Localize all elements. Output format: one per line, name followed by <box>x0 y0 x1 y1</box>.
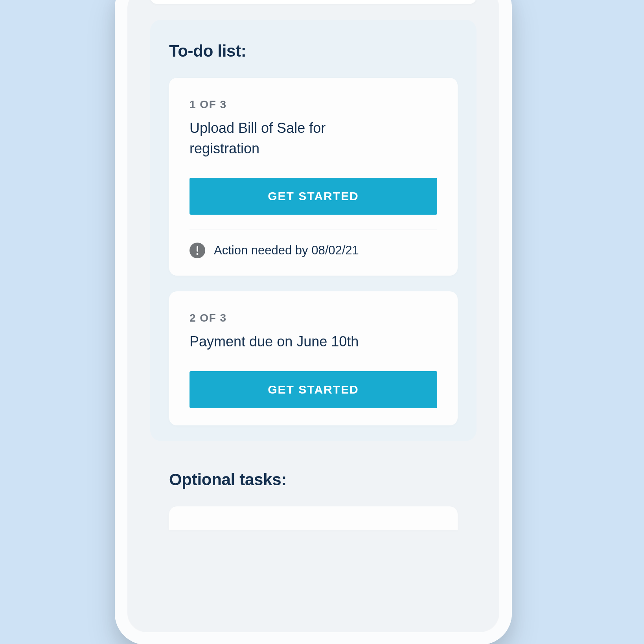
task-card: 1 OF 3 Upload Bill of Sale for registrat… <box>169 78 458 276</box>
optional-heading: Optional tasks: <box>169 470 458 489</box>
task-counter: 2 OF 3 <box>190 312 437 324</box>
get-started-button[interactable]: GET STARTED <box>190 371 437 408</box>
optional-card-top-edge <box>169 506 458 530</box>
task-title: Payment due on June 10th <box>190 331 370 352</box>
svg-point-1 <box>197 253 199 255</box>
todo-section: To-do list: 1 OF 3 Upload Bill of Sale f… <box>150 20 477 441</box>
get-started-button[interactable]: GET STARTED <box>190 178 437 215</box>
action-needed-text: Action needed by 08/02/21 <box>214 243 359 258</box>
phone-device-frame: To-do list: 1 OF 3 Upload Bill of Sale f… <box>115 0 512 644</box>
task-card: 2 OF 3 Payment due on June 10th GET STAR… <box>169 291 458 425</box>
previous-card-bottom-edge <box>150 0 477 4</box>
action-needed-row: Action needed by 08/02/21 <box>190 243 437 258</box>
exclamation-icon <box>190 243 205 258</box>
svg-rect-0 <box>197 246 198 252</box>
optional-section: Optional tasks: <box>150 441 477 530</box>
task-title: Upload Bill of Sale for registration <box>190 118 370 159</box>
task-counter: 1 OF 3 <box>190 98 437 111</box>
phone-screen: To-do list: 1 OF 3 Upload Bill of Sale f… <box>127 0 499 632</box>
divider <box>190 230 437 230</box>
todo-heading: To-do list: <box>169 42 458 61</box>
